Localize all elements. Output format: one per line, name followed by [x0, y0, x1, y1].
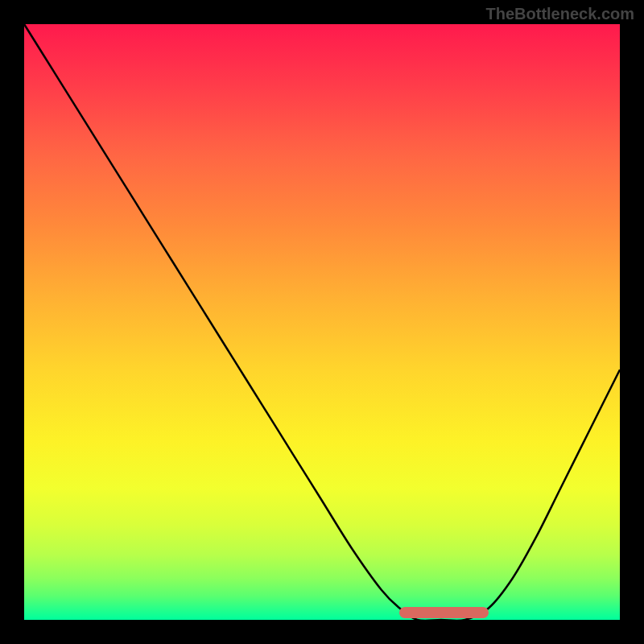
- bottleneck-curve: [24, 24, 620, 620]
- curve-path: [24, 24, 620, 621]
- chart-plot-area: [24, 24, 620, 620]
- watermark-text: TheBottleneck.com: [486, 5, 634, 23]
- optimal-range-marker: [399, 607, 489, 618]
